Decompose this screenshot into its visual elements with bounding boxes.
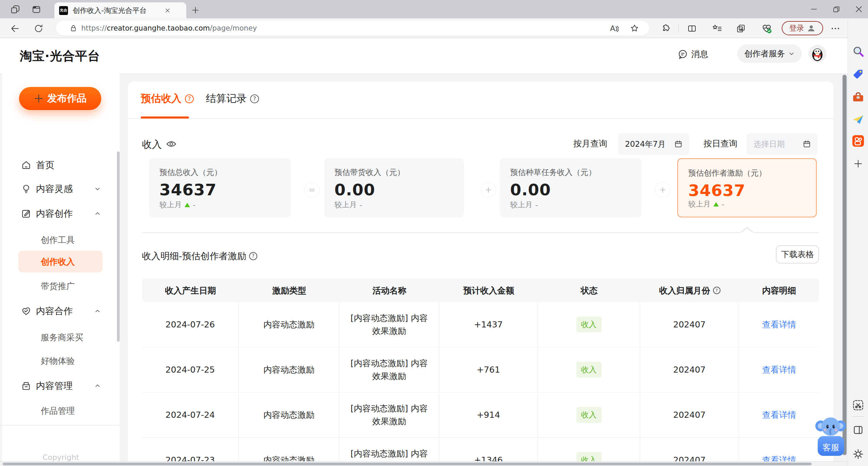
equals-operator: = xyxy=(304,182,320,198)
back-button[interactable] xyxy=(9,23,21,34)
messages-label: 消息 xyxy=(691,49,708,60)
sidebar-kuaishou-icon[interactable] xyxy=(848,135,868,147)
favorites-list-icon[interactable] xyxy=(711,23,723,34)
sidebar-item-creation[interactable]: 内容创作 xyxy=(2,203,120,224)
collections-icon[interactable] xyxy=(735,23,747,34)
tab-close-icon[interactable] xyxy=(164,7,171,14)
browser-login-button[interactable]: 登录 xyxy=(782,21,823,35)
archive-box-icon xyxy=(21,381,31,391)
sidebar-item-cooperation[interactable]: 内容合作 xyxy=(2,301,120,321)
sidebar-divider xyxy=(2,425,120,426)
sidebar-panel-icon[interactable] xyxy=(848,425,868,435)
lightbulb-icon xyxy=(21,184,31,194)
sidebar-item-product-trial[interactable]: 好物体验 xyxy=(2,351,120,371)
sidebar-item-inspiration[interactable]: 内容灵感 xyxy=(2,179,120,199)
tab-estimated-income[interactable]: 预估收入 xyxy=(141,92,194,106)
sidebar-item-home[interactable]: 首页 xyxy=(2,155,120,175)
chevron-up-icon xyxy=(94,383,101,389)
workspaces-icon[interactable] xyxy=(10,4,21,15)
sidebar-item-service-provider[interactable]: 服务商采买 xyxy=(2,327,120,347)
heart-hands-icon xyxy=(21,306,31,316)
toolbar-divider xyxy=(678,24,679,33)
read-aloud-icon[interactable]: A xyxy=(610,24,619,33)
window-close-button[interactable] xyxy=(851,3,867,16)
sidebar-item-product-promotion[interactable]: 带货推广 xyxy=(2,276,120,296)
card-seeding-task-income[interactable]: 预估种草任务收入（元） 0.00 较上月- xyxy=(500,158,642,217)
help-icon[interactable] xyxy=(185,94,194,103)
window-minimize-button[interactable] xyxy=(806,3,822,16)
sidebar-shopping-icon[interactable] xyxy=(848,69,868,79)
browser-toolbar: https://creator.guanghe.taobao.com/page/… xyxy=(0,18,868,38)
rail-divider xyxy=(852,416,864,417)
trend-up-icon xyxy=(713,202,719,207)
customer-support-widget[interactable]: 客服 xyxy=(815,412,846,456)
view-details-link[interactable]: 查看详情 xyxy=(762,364,796,375)
sidebar-messenger-icon[interactable] xyxy=(848,114,868,125)
lock-icon[interactable] xyxy=(70,24,77,32)
trend-up-icon xyxy=(185,203,190,207)
address-bar[interactable]: https://creator.guanghe.taobao.com/page/… xyxy=(56,21,649,36)
sidebar-item-creation-tools[interactable]: 创作工具 xyxy=(2,230,120,250)
split-screen-icon[interactable] xyxy=(686,23,698,34)
chevron-up-icon xyxy=(94,308,101,314)
support-label: 客服 xyxy=(822,442,839,453)
section-divider xyxy=(142,232,819,233)
refresh-button[interactable] xyxy=(33,23,45,34)
tab-title: 创作收入-淘宝光合平台 xyxy=(73,6,164,15)
plus-operator: + xyxy=(655,182,671,198)
qq-avatar[interactable] xyxy=(809,45,826,62)
login-label: 登录 xyxy=(789,23,804,33)
creator-services-dropdown[interactable]: 创作者服务 xyxy=(737,44,802,63)
sidebar-item-content-management[interactable]: 内容管理 xyxy=(2,376,120,396)
day-query-label: 按日查询 xyxy=(704,138,737,149)
window-restore-button[interactable] xyxy=(829,3,844,16)
penguin-avatar-image xyxy=(809,45,826,62)
new-tab-button[interactable] xyxy=(190,5,201,16)
sidebar-item-creation-income[interactable]: 创作收入 xyxy=(2,251,120,272)
home-icon xyxy=(21,160,31,170)
income-detail-table: 收入产生日期 激励类型 活动名称 预计收入金额 状态 收入归属月份 内容明细 2… xyxy=(142,279,819,466)
browser-essentials-icon[interactable] xyxy=(761,23,773,34)
page-scrollbar[interactable] xyxy=(843,75,847,455)
income-section-label: 收入 xyxy=(142,138,162,151)
messages-button[interactable]: 消息 xyxy=(678,49,708,60)
card-creator-incentive[interactable]: 预估创作者激励（元） 34637 较上月- xyxy=(677,158,817,217)
view-details-link[interactable]: 查看详情 xyxy=(762,409,796,420)
table-row: 2024-07-26 内容动态激励 [内容动态激励] 内容效果激励 +1437 … xyxy=(142,302,819,347)
income-filter-row: 收入 按月查询 按日查询 xyxy=(128,133,833,156)
eye-icon[interactable] xyxy=(166,139,177,149)
screenshot-tool-icon[interactable] xyxy=(848,399,868,411)
help-icon[interactable] xyxy=(249,252,257,260)
publish-button[interactable]: 发布作品 xyxy=(19,87,101,110)
favorite-star-icon[interactable] xyxy=(630,24,639,33)
card-total-income[interactable]: 预估总收入（元） 34637 较上月- xyxy=(149,158,291,217)
help-icon[interactable] xyxy=(250,94,259,103)
sidebar-toolbox-icon[interactable] xyxy=(848,92,868,103)
sidebar-item-works-management[interactable]: 作品管理 xyxy=(2,400,120,421)
plus-icon xyxy=(34,93,44,104)
status-badge: 收入 xyxy=(576,317,602,333)
help-icon[interactable] xyxy=(713,287,721,294)
plus-operator: + xyxy=(481,182,496,198)
table-header-row: 收入产生日期 激励类型 活动名称 预计收入金额 状态 收入归属月份 内容明细 xyxy=(142,279,819,302)
sidebar-add-icon[interactable] xyxy=(848,159,868,168)
tab-settlement-records[interactable]: 结算记录 xyxy=(206,92,259,106)
horizontal-scrollbar-thumb[interactable] xyxy=(3,463,812,465)
horizontal-scrollbar[interactable] xyxy=(0,461,848,466)
tab-actions-icon[interactable] xyxy=(31,4,42,15)
copyright-line1: Copyright xyxy=(2,453,120,462)
month-query-label: 按月查询 xyxy=(573,138,607,149)
sidebar-scrollbar[interactable] xyxy=(117,151,120,342)
settings-more-icon[interactable] xyxy=(829,23,841,34)
url-text: https://creator.guanghe.taobao.com/page/… xyxy=(81,24,257,32)
sidebar-search-icon[interactable] xyxy=(848,46,868,57)
compose-icon xyxy=(21,209,31,219)
creator-services-label: 创作者服务 xyxy=(744,48,785,59)
settings-gear-icon[interactable] xyxy=(848,448,868,460)
browser-tab[interactable]: 光合 创作收入-淘宝光合平台 xyxy=(54,2,186,18)
main-panel: 预估收入 结算记录 收入 按月查询 按日查询 xyxy=(128,82,833,466)
download-table-button[interactable]: 下载表格 xyxy=(776,245,819,264)
card-sales-income[interactable]: 预估带货收入（元） 0.00 较上月- xyxy=(324,158,464,217)
extensions-icon[interactable] xyxy=(659,23,671,34)
view-details-link[interactable]: 查看详情 xyxy=(762,319,796,330)
